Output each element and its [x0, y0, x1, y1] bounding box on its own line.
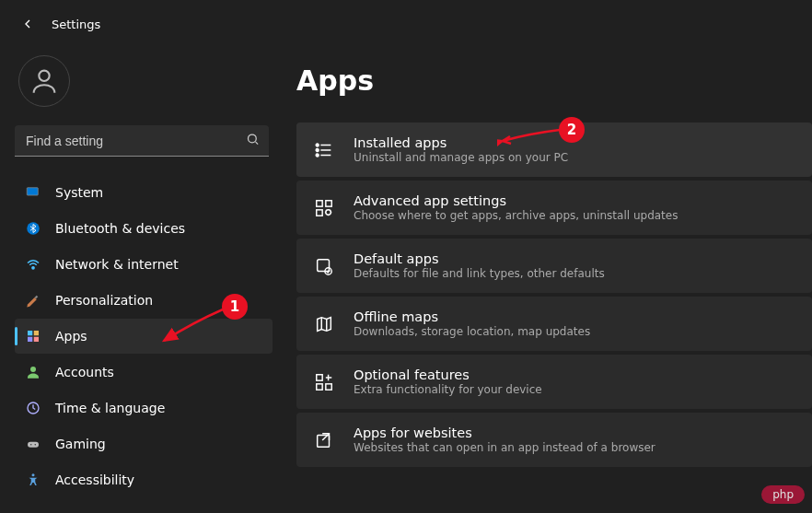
sidebar-item-apps[interactable]: Apps: [15, 319, 273, 354]
svg-rect-2: [27, 188, 38, 195]
svg-point-16: [316, 144, 319, 146]
sidebar-item-label: Accounts: [55, 365, 114, 379]
svg-rect-28: [318, 435, 330, 447]
wifi-icon: [24, 255, 42, 274]
svg-rect-27: [326, 383, 331, 389]
grid-plus-icon: [313, 371, 335, 393]
card-title: Apps for websites: [354, 426, 795, 440]
svg-rect-20: [326, 200, 331, 205]
card-default-apps[interactable]: Default apps Defaults for file and link …: [296, 239, 812, 293]
search-box[interactable]: [15, 125, 269, 157]
sidebar-item-gaming[interactable]: Gaming: [15, 426, 273, 461]
map-icon: [313, 313, 335, 335]
open-external-icon: [313, 429, 335, 451]
clock-globe-icon: [24, 399, 42, 417]
gamepad-icon: [24, 435, 42, 453]
svg-rect-6: [28, 331, 32, 335]
list-icon: [313, 139, 335, 161]
svg-point-5: [32, 267, 34, 269]
watermark: php: [761, 485, 805, 504]
svg-rect-19: [317, 200, 322, 205]
back-button[interactable]: [18, 15, 37, 33]
sidebar-item-label: Time & language: [55, 401, 165, 415]
card-apps-for-websites[interactable]: Apps for websites Websites that can open…: [296, 413, 812, 467]
card-optional-features[interactable]: Optional features Extra functionality fo…: [296, 355, 812, 409]
sidebar-item-label: Personalization: [55, 293, 153, 308]
svg-rect-8: [28, 337, 32, 342]
card-title: Optional features: [354, 367, 795, 382]
svg-point-13: [30, 444, 32, 446]
sidebar-item-bluetooth[interactable]: Bluetooth & devices: [15, 211, 273, 246]
card-desc: Choose where to get apps, archive apps, …: [354, 209, 795, 222]
sidebar-item-accounts[interactable]: Accounts: [15, 355, 273, 390]
user-avatar[interactable]: [18, 55, 70, 107]
sidebar-item-time-language[interactable]: Time & language: [15, 391, 273, 426]
card-desc: Downloads, storage location, map updates: [354, 325, 795, 338]
header: Settings: [0, 0, 812, 48]
apps-gear-icon: [313, 197, 335, 219]
card-installed-apps[interactable]: Installed apps Uninstall and manage apps…: [296, 122, 812, 177]
card-advanced-app-settings[interactable]: Advanced app settings Choose where to ge…: [296, 181, 812, 235]
annotation-marker-1: 1: [222, 294, 248, 320]
page-title: Apps: [296, 64, 812, 97]
card-title: Advanced app settings: [354, 193, 795, 208]
display-icon: [24, 183, 42, 202]
sidebar-item-network[interactable]: Network & internet: [15, 247, 273, 282]
svg-point-0: [39, 71, 49, 81]
svg-point-14: [35, 444, 37, 446]
sidebar-item-label: System: [55, 185, 103, 200]
card-title: Offline maps: [354, 309, 795, 324]
annotation-marker-2: 2: [559, 117, 585, 143]
sidebar-item-label: Accessibility: [55, 472, 134, 487]
bluetooth-icon: [24, 219, 42, 238]
svg-point-18: [316, 154, 319, 157]
sidebar-item-label: Bluetooth & devices: [55, 221, 185, 236]
svg-rect-7: [34, 331, 39, 335]
card-title: Default apps: [354, 251, 795, 266]
svg-point-15: [32, 473, 35, 476]
svg-point-17: [316, 148, 319, 151]
svg-rect-25: [317, 374, 322, 379]
sidebar-item-label: Apps: [55, 329, 87, 344]
search-icon: [246, 133, 260, 150]
main-content: Apps Installed apps Uninstall and manage…: [276, 48, 812, 498]
card-desc: Defaults for file and link types, other …: [354, 267, 795, 280]
sidebar-item-accessibility[interactable]: Accessibility: [15, 462, 273, 497]
svg-point-10: [30, 367, 36, 372]
apps-icon: [24, 327, 42, 345]
accessibility-icon: [24, 471, 42, 489]
svg-point-22: [326, 209, 331, 215]
card-desc: Uninstall and manage apps on your PC: [354, 151, 795, 164]
sidebar-item-system[interactable]: System: [15, 175, 273, 210]
sidebar: System Bluetooth & devices Network & int…: [0, 48, 276, 498]
sidebar-item-label: Network & internet: [55, 257, 179, 272]
person-icon: [24, 363, 42, 381]
default-apps-icon: [313, 255, 335, 277]
brush-icon: [24, 291, 42, 309]
sidebar-item-label: Gaming: [55, 437, 106, 451]
header-title: Settings: [52, 17, 100, 31]
svg-rect-26: [317, 383, 322, 389]
svg-rect-9: [34, 337, 39, 342]
svg-rect-21: [317, 209, 322, 215]
svg-rect-12: [28, 442, 39, 448]
card-desc: Websites that can open in an app instead…: [354, 441, 795, 454]
svg-point-1: [249, 134, 257, 143]
search-input[interactable]: [15, 125, 269, 157]
card-desc: Extra functionality for your device: [354, 383, 795, 396]
svg-rect-23: [318, 259, 330, 271]
card-offline-maps[interactable]: Offline maps Downloads, storage location…: [296, 297, 812, 351]
